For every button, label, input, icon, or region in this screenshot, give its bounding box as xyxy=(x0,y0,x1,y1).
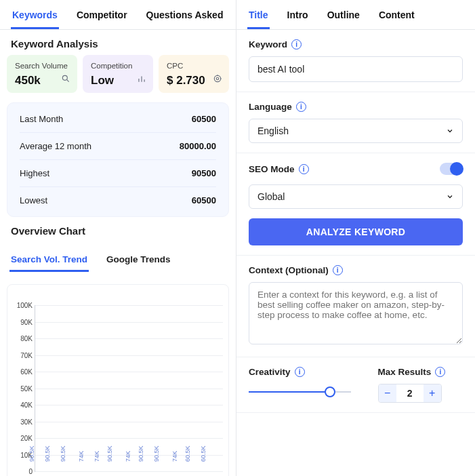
chart-y-tick: 90K xyxy=(12,318,33,325)
keyword-analysis-heading: Keyword Analysis xyxy=(7,30,229,55)
metric-label: Last Month xyxy=(20,114,63,124)
svg-point-5 xyxy=(214,75,220,81)
stat-label: Search Volume xyxy=(15,62,70,70)
stat-cards: Search Volume 450k Competition Low CPC $… xyxy=(7,55,229,93)
tab-content[interactable]: Content xyxy=(377,7,416,29)
chart-y-tick: 50K xyxy=(12,384,33,392)
chart-bar-label: 74K xyxy=(78,451,85,462)
seo-mode-label: SEO Mode xyxy=(249,164,295,174)
slider-handle[interactable] xyxy=(325,386,335,397)
metric-value: 60500 xyxy=(192,114,216,124)
stat-search-volume: Search Volume 450k xyxy=(7,55,77,93)
stepper-increment[interactable]: + xyxy=(424,384,441,402)
context-label: Context (Optional) xyxy=(249,265,329,275)
chart-y-tick: 70K xyxy=(12,351,33,359)
max-results-stepper: − 2 + xyxy=(378,384,442,403)
tab-keywords[interactable]: Keywords xyxy=(11,7,59,29)
chart-box: 100K90K80K70K60K50K40K30K20K10K090.5K90.… xyxy=(7,284,229,476)
stat-label: CPC xyxy=(167,62,222,70)
metrics-box: Last Month60500 Average 12 month80000.00… xyxy=(7,102,229,217)
chart-bar-label: 60.5K xyxy=(201,445,207,462)
info-icon[interactable]: i xyxy=(291,39,302,49)
chart-y-tick: 60K xyxy=(12,368,33,376)
chart-y-tick: 40K xyxy=(12,401,33,409)
metric-label: Average 12 month xyxy=(20,141,91,151)
tab-search-vol-trend[interactable]: Search Vol. Trend xyxy=(9,252,89,272)
right-body[interactable]: Keywordi Languagei English SEO Modei Glo… xyxy=(236,30,475,476)
chart-bar-label: 90.5K xyxy=(106,445,113,462)
target-icon xyxy=(213,74,222,86)
chart-bar-label: 74K xyxy=(125,451,131,462)
left-tabs: Keywords Competitor Questions Asked xyxy=(0,0,236,30)
metric-label: Highest xyxy=(20,168,49,178)
tab-outline[interactable]: Outline xyxy=(326,7,361,29)
language-select[interactable]: English xyxy=(249,119,463,143)
keyword-label: Keyword xyxy=(249,39,287,49)
tab-questions-asked[interactable]: Questions Asked xyxy=(145,7,225,29)
bars-icon xyxy=(137,74,146,86)
svg-point-0 xyxy=(62,75,67,80)
stepper-decrement[interactable]: − xyxy=(379,384,396,402)
chart-bar-label: 90.5K xyxy=(60,445,66,462)
language-label: Language xyxy=(249,102,292,112)
metric-value: 90500 xyxy=(192,168,216,178)
right-pane: Title Intro Outline Content Keywordi Lan… xyxy=(236,0,475,476)
chart-y-tick: 100K xyxy=(12,302,33,309)
metric-value: 60500 xyxy=(192,195,216,205)
creativity-slider[interactable] xyxy=(249,384,351,400)
tab-title[interactable]: Title xyxy=(247,7,270,29)
stepper-value: 2 xyxy=(396,388,424,399)
region-select[interactable]: Global xyxy=(249,184,463,209)
info-icon[interactable]: i xyxy=(435,367,445,377)
chart-bar-label: 60.5K xyxy=(185,445,192,462)
chart-bar-label: 90.5K xyxy=(138,445,144,462)
chevron-down-icon xyxy=(446,127,454,135)
magnify-icon xyxy=(61,74,70,86)
chart-bar-label: 90.5K xyxy=(28,445,35,462)
chart-bar-label: 90.5K xyxy=(44,445,51,462)
chevron-down-icon xyxy=(446,193,454,201)
chart-bar-label: 74K xyxy=(171,451,178,462)
svg-line-1 xyxy=(66,79,68,81)
region-value: Global xyxy=(257,191,285,202)
chart-y-tick: 80K xyxy=(12,335,33,342)
tab-competitor[interactable]: Competitor xyxy=(75,7,129,29)
info-icon[interactable]: i xyxy=(333,265,343,275)
chart-y-tick: 30K xyxy=(12,418,33,425)
bar-chart: 100K90K80K70K60K50K40K30K20K10K090.5K90.… xyxy=(35,305,223,472)
language-value: English xyxy=(257,125,289,136)
chart-bar-label: 74K xyxy=(94,451,100,462)
max-results-label: Max Results xyxy=(378,367,432,377)
stat-competition: Competition Low xyxy=(83,55,153,93)
chart-y-tick: 20K xyxy=(12,435,33,442)
stat-cpc: CPC $ 2.730 xyxy=(159,55,229,93)
info-icon[interactable]: i xyxy=(299,164,309,174)
analyze-keyword-button[interactable]: ANALYZE KEYWORD xyxy=(249,218,463,245)
left-pane: Keywords Competitor Questions Asked Keyw… xyxy=(0,0,236,476)
keyword-input[interactable] xyxy=(249,56,463,82)
creativity-label: Creativity xyxy=(249,367,291,377)
metric-label: Lowest xyxy=(20,195,47,205)
left-body: Keyword Analysis Search Volume 450k Comp… xyxy=(0,30,236,476)
chart-y-tick: 0 xyxy=(12,468,33,475)
info-icon[interactable]: i xyxy=(296,102,306,112)
chart-bar-label: 90.5K xyxy=(153,445,160,462)
seo-mode-toggle[interactable] xyxy=(440,163,463,175)
tab-intro[interactable]: Intro xyxy=(286,7,310,29)
svg-point-6 xyxy=(216,77,219,80)
info-icon[interactable]: i xyxy=(295,367,305,377)
right-tabs: Title Intro Outline Content xyxy=(236,0,475,30)
tab-google-trends[interactable]: Google Trends xyxy=(105,252,172,272)
stat-label: Competition xyxy=(91,62,146,70)
context-textarea[interactable] xyxy=(249,282,463,344)
chart-tabs: Search Vol. Trend Google Trends xyxy=(7,242,229,272)
overview-chart-heading: Overview Chart xyxy=(7,217,229,242)
metric-value: 80000.00 xyxy=(180,141,216,151)
